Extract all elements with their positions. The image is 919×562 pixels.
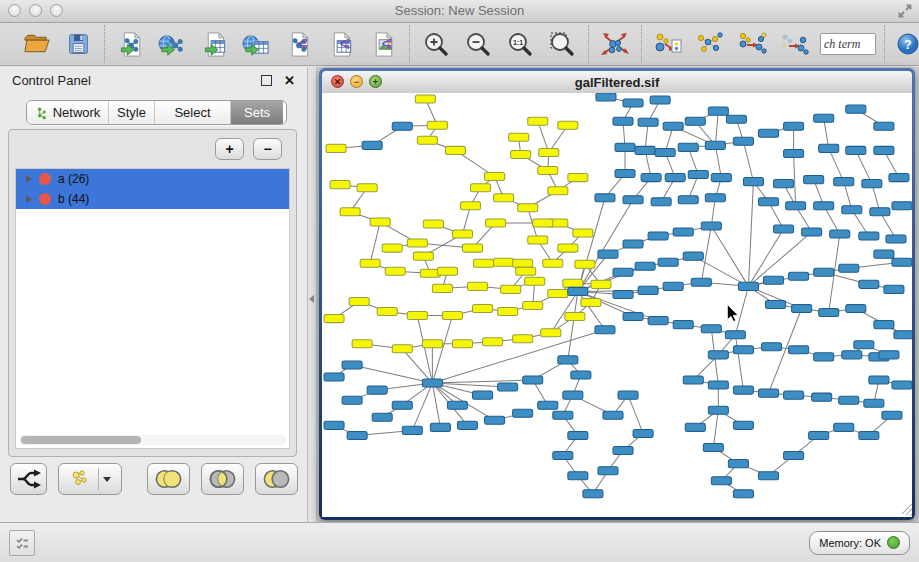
- network-node-yellow[interactable]: [509, 133, 529, 141]
- network-node-blue[interactable]: [701, 222, 721, 230]
- network-node-blue[interactable]: [392, 401, 412, 409]
- network-node-yellow[interactable]: [518, 204, 538, 212]
- open-file-button[interactable]: [21, 29, 51, 59]
- network-node-blue[interactable]: [430, 423, 450, 431]
- network-node-blue[interactable]: [725, 331, 745, 339]
- network-node-blue[interactable]: [874, 321, 894, 329]
- network-node-blue[interactable]: [663, 122, 683, 130]
- split-sets-button[interactable]: [10, 463, 47, 495]
- network-node-yellow[interactable]: [486, 219, 506, 227]
- add-set-button[interactable]: +: [215, 138, 244, 160]
- network-node-yellow[interactable]: [360, 259, 380, 267]
- network-node-blue[interactable]: [623, 99, 643, 107]
- network-node-blue[interactable]: [892, 381, 912, 389]
- export-image-button[interactable]: [368, 29, 398, 59]
- network-node-yellow[interactable]: [494, 194, 514, 202]
- network-node-blue[interactable]: [595, 194, 615, 202]
- network-node-yellow[interactable]: [548, 289, 568, 297]
- zoom-actual-size-button[interactable]: 1:1: [505, 29, 535, 59]
- network-node-yellow[interactable]: [471, 184, 491, 192]
- network-node-blue[interactable]: [558, 356, 578, 364]
- network-node-blue[interactable]: [758, 389, 778, 397]
- network-node-yellow[interactable]: [498, 308, 518, 316]
- network-node-yellow[interactable]: [452, 340, 472, 348]
- network-node-blue[interactable]: [842, 206, 862, 214]
- network-node-blue[interactable]: [571, 371, 591, 379]
- network-node-blue[interactable]: [819, 309, 839, 317]
- network-node-blue[interactable]: [728, 460, 748, 468]
- network-node-blue[interactable]: [708, 351, 728, 359]
- network-node-blue[interactable]: [595, 326, 615, 334]
- network-node-blue[interactable]: [392, 122, 412, 130]
- network-node-blue[interactable]: [347, 431, 367, 439]
- network-node-blue[interactable]: [613, 290, 633, 298]
- network-node-blue[interactable]: [663, 282, 683, 290]
- network-node-blue[interactable]: [658, 258, 678, 266]
- network-node-blue[interactable]: [553, 452, 573, 460]
- network-node-blue[interactable]: [553, 411, 573, 419]
- tab-select[interactable]: Select: [155, 101, 231, 124]
- network-node-blue[interactable]: [892, 258, 912, 266]
- network-node-yellow[interactable]: [422, 340, 442, 348]
- network-node-yellow[interactable]: [423, 220, 443, 228]
- network-node-blue[interactable]: [846, 146, 866, 154]
- network-node-blue[interactable]: [859, 232, 879, 240]
- network-node-blue[interactable]: [733, 490, 753, 498]
- network-node-blue[interactable]: [789, 346, 809, 354]
- expander-icon[interactable]: [26, 175, 32, 183]
- scrollbar-thumb[interactable]: [21, 436, 141, 444]
- tab-sets[interactable]: Sets: [231, 101, 283, 124]
- network-node-blue[interactable]: [678, 143, 698, 151]
- network-node-blue[interactable]: [711, 174, 731, 182]
- network-node-blue[interactable]: [733, 137, 753, 145]
- network-node-blue[interactable]: [802, 228, 822, 236]
- network-node-blue[interactable]: [814, 114, 834, 122]
- set-list-item[interactable]: a (26): [16, 169, 289, 189]
- network-node-blue[interactable]: [784, 122, 804, 130]
- network-node-blue[interactable]: [688, 171, 708, 179]
- network-node-blue[interactable]: [685, 423, 705, 431]
- network-node-blue[interactable]: [889, 174, 909, 182]
- export-table-button[interactable]: [326, 29, 356, 59]
- network-node-blue[interactable]: [447, 401, 467, 409]
- network-node-blue[interactable]: [761, 343, 781, 351]
- network-node-blue[interactable]: [726, 115, 746, 123]
- network-node-yellow[interactable]: [352, 340, 372, 348]
- network-node-blue[interactable]: [641, 174, 661, 182]
- network-node-yellow[interactable]: [474, 259, 494, 267]
- network-node-blue[interactable]: [685, 117, 705, 125]
- network-node-blue[interactable]: [786, 202, 806, 210]
- network-node-blue[interactable]: [814, 353, 834, 361]
- network-node-blue[interactable]: [839, 396, 859, 404]
- network-node-blue[interactable]: [834, 423, 854, 431]
- network-node-yellow[interactable]: [558, 244, 578, 252]
- network-node-yellow[interactable]: [407, 312, 427, 320]
- network-node-yellow[interactable]: [370, 218, 390, 226]
- fullscreen-icon[interactable]: [897, 3, 913, 19]
- network-node-blue[interactable]: [618, 391, 638, 399]
- network-node-blue[interactable]: [651, 198, 671, 206]
- network-node-blue[interactable]: [789, 272, 809, 280]
- network-node-blue[interactable]: [864, 399, 884, 407]
- network-node-yellow[interactable]: [349, 297, 369, 305]
- import-table-file-button[interactable]: [200, 29, 230, 59]
- network-node-blue[interactable]: [538, 401, 558, 409]
- collapse-panel-icon[interactable]: [309, 295, 314, 303]
- network-node-yellow[interactable]: [533, 219, 553, 227]
- network-node-blue[interactable]: [763, 276, 783, 284]
- network-node-blue[interactable]: [874, 146, 894, 154]
- network-node-yellow[interactable]: [528, 117, 548, 125]
- network-node-yellow[interactable]: [324, 315, 344, 323]
- network-node-blue[interactable]: [711, 477, 731, 485]
- network-node-blue[interactable]: [691, 278, 711, 286]
- network-node-blue[interactable]: [758, 472, 778, 480]
- save-session-button[interactable]: [63, 29, 93, 59]
- network-node-blue[interactable]: [473, 391, 493, 399]
- network-window[interactable]: ✕ − + galFiltered.sif: [319, 68, 915, 520]
- network-node-blue[interactable]: [485, 416, 505, 424]
- network-node-blue[interactable]: [859, 431, 879, 439]
- network-node-blue[interactable]: [701, 325, 721, 333]
- import-network-web-button[interactable]: [158, 29, 188, 59]
- union-button[interactable]: [147, 463, 190, 495]
- network-node-yellow[interactable]: [568, 174, 588, 182]
